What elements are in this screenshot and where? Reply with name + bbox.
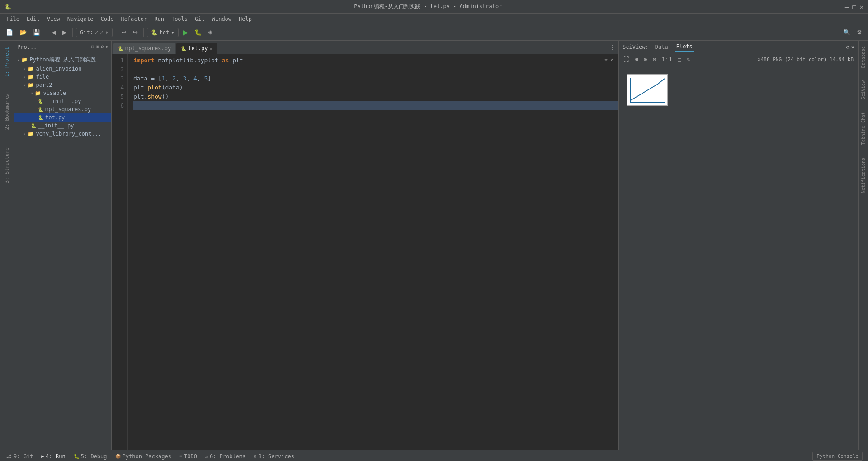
sciview-tab-plots[interactable]: Plots: [675, 42, 694, 52]
check-icon[interactable]: ✓: [611, 56, 614, 62]
sciview-zoom-1-1[interactable]: 1:1: [660, 55, 674, 64]
tree-file[interactable]: ▸ 📁 file: [14, 73, 111, 81]
menubar-item-edit[interactable]: Edit: [24, 15, 42, 23]
tree-mpl-squares[interactable]: 🐍 mpl_squares.py: [14, 105, 111, 113]
code-editor[interactable]: 1 2 3 4 5 6 import matplotlib.pyplot as …: [112, 54, 618, 450]
run-with-cover[interactable]: ⊕: [206, 28, 215, 37]
tab-tet[interactable]: 🐍 tet.py ✕: [176, 43, 217, 54]
sciview-zoom-in-icon[interactable]: ⊕: [642, 55, 649, 64]
sciview-tab-data[interactable]: Data: [653, 43, 670, 51]
maximize-button[interactable]: □: [852, 3, 856, 10]
tree-root[interactable]: ▾ 📁 Python编程-从入门到实践: [14, 55, 111, 65]
main-area: 1: Project 2: Bookmarks 3: Structure Pro…: [0, 41, 868, 450]
expand-all-icon[interactable]: ⊞: [96, 44, 99, 50]
sidebar-item-structure[interactable]: 3: Structure: [3, 145, 11, 186]
project-settings-icon[interactable]: ⚙: [101, 44, 104, 50]
settings-button[interactable]: ⚙: [854, 28, 864, 37]
close-button[interactable]: ✕: [860, 3, 863, 10]
btab-git[interactable]: ⎇ 9: Git: [3, 452, 37, 461]
btab-packages[interactable]: 📦 Python Packages: [112, 452, 175, 461]
collapse-all-icon[interactable]: ⊟: [91, 44, 94, 50]
menubar-item-refactor[interactable]: Refactor: [118, 15, 150, 23]
menubar-item-git[interactable]: Git: [192, 15, 208, 23]
folder-icon: 📁: [28, 74, 34, 80]
btab-todo[interactable]: ≡ TODO: [176, 452, 201, 461]
sciview-edit-icon[interactable]: ✎: [685, 55, 692, 64]
menubar-item-view[interactable]: View: [44, 15, 63, 23]
code-line-1: import matplotlib.pyplot as plt: [133, 56, 618, 65]
run-config-selector[interactable]: 🐍 tet ▾: [147, 28, 179, 37]
tree-init2[interactable]: 🐍 __init__.py: [14, 122, 111, 130]
menubar-item-navigate[interactable]: Navigate: [65, 15, 96, 23]
search-button[interactable]: 🔍: [841, 28, 853, 37]
tree-alien-invasion[interactable]: ▸ 📁 alien_invasion: [14, 65, 111, 73]
menubar-item-run[interactable]: Run: [151, 15, 167, 23]
run-icon: ▶: [41, 454, 44, 459]
menubar-item-tools[interactable]: Tools: [169, 15, 190, 23]
run-button[interactable]: ▶: [180, 27, 190, 38]
titlebar: 🐍 Python编程-从入门到实践 - tet.py - Administrat…: [0, 0, 868, 14]
toolbar-save[interactable]: 💾: [31, 28, 42, 37]
minimize-button[interactable]: —: [845, 3, 849, 10]
tab-mpl-squares[interactable]: 🐍 mpl_squares.py: [113, 43, 175, 54]
btab-debug[interactable]: 🐛 5: Debug: [70, 452, 111, 461]
tab-py-green-icon: 🐍: [181, 46, 186, 51]
toolbar-forward[interactable]: ▶: [60, 28, 69, 37]
toolbar-back[interactable]: ◀: [49, 28, 58, 37]
folder-icon: 📁: [28, 66, 34, 72]
menubar-item-code[interactable]: Code: [98, 15, 117, 23]
toolbar-open[interactable]: 📂: [17, 28, 29, 37]
git-check-icon: ✓: [95, 29, 98, 36]
sciview-settings-icon[interactable]: ⚙: [846, 44, 849, 50]
toolbar-undo[interactable]: ↩: [119, 28, 129, 37]
toolbar-redo[interactable]: ↪: [131, 28, 140, 37]
code-line-6: [133, 101, 618, 110]
sciview-close-icon[interactable]: ✕: [851, 44, 854, 50]
btab-run[interactable]: ▶ 4: Run: [38, 452, 69, 461]
sciview-toolbar: ⛶ ⊞ ⊕ ⊖ 1:1 □ ✎ ×480 PNG (24-bit color) …: [619, 53, 858, 66]
tree-part2[interactable]: ▾ 📁 part2: [14, 81, 111, 89]
tree-init1[interactable]: 🐍 __init__.py: [14, 97, 111, 105]
toolbar-new[interactable]: 📄: [4, 28, 15, 37]
editor-actions: ✏ ✓: [605, 56, 614, 62]
window-controls[interactable]: — □ ✕: [845, 3, 863, 10]
sidebar-item-bookmarks[interactable]: 2: Bookmarks: [3, 91, 11, 132]
sidebar-item-database[interactable]: Database: [860, 44, 867, 70]
activity-bar: 1: Project 2: Bookmarks 3: Structure: [0, 41, 14, 450]
tree-venv[interactable]: ▸ 📁 venv_library_cont...: [14, 130, 111, 138]
sidebar-item-notifications[interactable]: Notifications: [860, 156, 867, 195]
close-panel-icon[interactable]: ✕: [105, 44, 108, 50]
menubar-item-window[interactable]: Window: [209, 15, 234, 23]
btab-services[interactable]: ⚙ 8: Services: [250, 452, 298, 461]
debug-button[interactable]: 🐛: [192, 28, 204, 37]
right-activity-bar: Database SciView Tabnine Chat Notificati…: [858, 41, 868, 450]
sidebar-item-project[interactable]: 1: Project: [3, 44, 11, 80]
sidebar-item-sciview[interactable]: SciView: [860, 79, 867, 101]
sciview-image[interactable]: [627, 74, 668, 106]
btab-problems[interactable]: ⚠ 6: Problems: [202, 452, 250, 461]
menubar-item-help[interactable]: Help: [236, 15, 255, 23]
sciview-fit-icon[interactable]: □: [676, 55, 683, 64]
sciview-fullscreen-icon[interactable]: ⛶: [622, 55, 631, 64]
git-check2-icon: ✓: [100, 29, 103, 36]
bottom-tabbar: ⎇ 9: Git ▶ 4: Run 🐛 5: Debug 📦 Python Pa…: [0, 450, 868, 461]
folder-icon: 📁: [28, 131, 34, 137]
tree-visable[interactable]: ▾ 📁 visable: [14, 89, 111, 97]
sciview-grid-icon[interactable]: ⊞: [633, 55, 640, 64]
tab-more-button[interactable]: ⋮: [607, 42, 618, 53]
item-label: __init__.py: [45, 98, 81, 104]
code-content[interactable]: import matplotlib.pyplot as plt data = […: [128, 54, 618, 450]
toolbar-sep-2: [72, 28, 73, 37]
sidebar-item-tabnine[interactable]: Tabnine Chat: [860, 110, 867, 146]
tree-tet[interactable]: 🐍 tet.py: [14, 113, 111, 122]
debug-icon: 🐛: [74, 454, 79, 459]
item-label: venv_library_cont...: [36, 131, 101, 137]
python-console-tab[interactable]: Python Console: [812, 452, 863, 461]
menubar-item-file[interactable]: File: [4, 15, 22, 23]
edit-icon[interactable]: ✏: [605, 56, 608, 62]
toolbar-sep-4: [143, 28, 144, 37]
run-config-arrow: ▾: [171, 29, 174, 36]
tab-close-icon[interactable]: ✕: [210, 46, 212, 51]
sciview-zoom-out-icon[interactable]: ⊖: [651, 55, 658, 64]
toolbar-git[interactable]: Git: ✓ ✓ ↑: [76, 28, 113, 37]
